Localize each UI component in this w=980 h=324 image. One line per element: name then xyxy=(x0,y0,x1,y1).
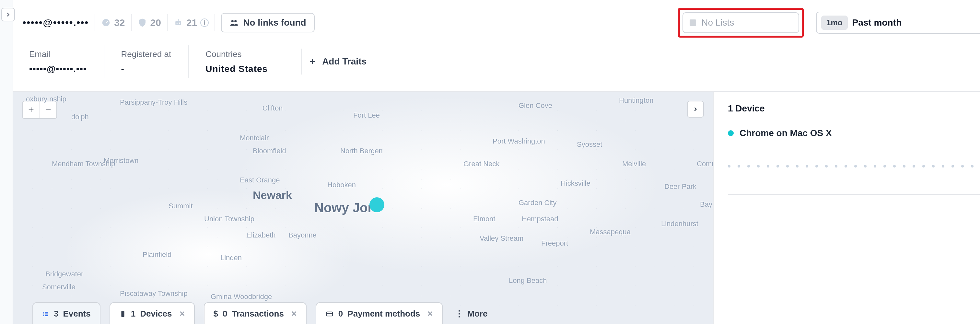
timeline-tick xyxy=(922,165,925,167)
map-town-label: Deer Park xyxy=(664,183,697,191)
tab-payment-methods[interactable]: 0 Payment methods ✕ xyxy=(316,302,443,324)
tab-transactions[interactable]: $ 0 Transactions ✕ xyxy=(204,302,307,324)
map-town-label: Parsippany-Troy Hills xyxy=(120,98,187,106)
more-label: More xyxy=(467,309,487,319)
map-next-button[interactable] xyxy=(687,101,704,118)
list-icon xyxy=(42,310,49,318)
trait-value: - xyxy=(121,64,172,74)
user-identifier: •••••@•••••.••• xyxy=(23,17,89,28)
map-town-label: North Bergen xyxy=(340,147,383,155)
map-town-label: Melville xyxy=(622,160,646,168)
timeline-tick xyxy=(913,165,915,167)
map-label-newark: Newark xyxy=(253,189,292,202)
map-town-label: Montclair xyxy=(240,134,269,142)
plus-icon xyxy=(309,58,316,65)
map-town-label: Gmina Woodbridge xyxy=(211,292,272,301)
divider xyxy=(131,14,132,31)
gauge-icon xyxy=(101,18,111,27)
timeline-tick xyxy=(864,165,867,167)
map-pane[interactable]: + − Nowy Jork Newark Parsippany-Troy Hil… xyxy=(13,92,713,324)
devices-pane: 1 Device Chrome on Mac OS X 32 20 21 xyxy=(714,92,980,324)
date-range-selector[interactable]: 1mo Past month xyxy=(816,12,980,34)
card-icon xyxy=(325,310,334,318)
timeline-tick xyxy=(767,165,769,167)
tab-count: 0 xyxy=(223,309,227,319)
svg-rect-17 xyxy=(121,311,124,316)
map-town-label: Comma xyxy=(697,160,713,168)
tab-count: 0 xyxy=(338,309,343,319)
trait-label: Countries xyxy=(205,49,268,59)
map-town-label: Summit xyxy=(169,202,193,210)
tab-close-button[interactable]: ✕ xyxy=(425,310,433,318)
no-links-button[interactable]: No links found xyxy=(221,13,314,32)
timeline-tick xyxy=(903,165,905,167)
map-town-label: Bloomfield xyxy=(253,147,286,155)
timeline-tick xyxy=(845,165,847,167)
tab-more-button[interactable]: ⋮ More xyxy=(452,303,491,324)
topbar: •••••@•••••.••• 32 20 21 xyxy=(13,0,980,45)
svg-rect-4 xyxy=(178,19,179,21)
bot-icon xyxy=(173,18,183,27)
divider xyxy=(215,14,215,31)
trait-value: United States xyxy=(205,64,268,74)
map-town-label: Valley Stream xyxy=(480,234,523,243)
stat-shield[interactable]: 20 xyxy=(137,17,161,28)
device-row[interactable]: Chrome on Mac OS X 32 20 21 xyxy=(728,128,980,138)
map-zoom-controls: + − xyxy=(22,101,57,119)
lists-placeholder: No Lists xyxy=(701,17,734,28)
tab-label: Devices xyxy=(140,309,172,319)
people-icon xyxy=(229,18,239,27)
lists-dropdown[interactable]: No Lists xyxy=(682,12,799,33)
svg-point-3 xyxy=(179,22,180,24)
map-town-label: Piscataway Township xyxy=(120,289,188,298)
map-marker[interactable] xyxy=(369,197,384,212)
timeline-tick xyxy=(874,165,876,167)
stat-value: 20 xyxy=(150,17,161,28)
svg-point-2 xyxy=(176,22,178,24)
map-town-label: Long Beach xyxy=(509,276,547,285)
timeline-tick xyxy=(961,165,964,167)
timeline-tick xyxy=(854,165,857,167)
tab-events[interactable]: 3 Events xyxy=(32,302,100,324)
left-rail xyxy=(0,0,13,324)
add-traits-button[interactable]: Add Traits xyxy=(302,45,366,67)
stat-bot[interactable]: 21 i xyxy=(173,17,209,28)
map-town-label: Hicksville xyxy=(561,179,590,187)
device-name: Chrome on Mac OS X xyxy=(740,128,980,138)
zoom-out-button[interactable]: − xyxy=(40,102,56,118)
range-badge: 1mo xyxy=(821,16,848,30)
map-town-label: Fort Lee xyxy=(353,111,380,119)
devices-title: 1 Device xyxy=(728,103,980,114)
map-town-label: East Orange xyxy=(240,176,280,184)
kebab-icon: ⋮ xyxy=(455,309,464,319)
map-town-label: Garden City xyxy=(519,199,557,207)
trait-label: Email xyxy=(29,49,87,59)
map-town-label: Clifton xyxy=(262,104,283,113)
tab-close-button[interactable]: ✕ xyxy=(288,310,297,318)
shield-icon xyxy=(137,18,147,27)
device-timeline[interactable] xyxy=(728,158,980,175)
timeline-tick xyxy=(738,165,740,167)
tab-count: 1 xyxy=(131,309,135,319)
map-town-label: Bridgewater xyxy=(45,270,83,278)
tab-devices[interactable]: 1 Devices ✕ xyxy=(110,302,195,324)
map-town-label: Plainfield xyxy=(143,251,172,259)
timeline-tick xyxy=(776,165,779,167)
map-town-label: Syosset xyxy=(577,140,602,149)
stat-value: 21 xyxy=(186,17,197,28)
svg-rect-18 xyxy=(327,312,332,316)
zoom-in-button[interactable]: + xyxy=(23,102,40,118)
map-town-label: Elmont xyxy=(473,215,495,223)
svg-point-5 xyxy=(231,20,234,22)
tab-count: 3 xyxy=(54,309,58,319)
map-town-label: Bay S xyxy=(700,200,713,209)
map-town-label: Glen Cove xyxy=(519,102,552,110)
divider xyxy=(167,14,167,31)
timeline-tick xyxy=(893,165,896,167)
svg-rect-1 xyxy=(175,21,181,25)
trait-countries: Countries United States xyxy=(205,45,285,78)
stat-gauge[interactable]: 32 xyxy=(101,17,125,28)
info-icon[interactable]: i xyxy=(200,19,209,27)
tab-close-button[interactable]: ✕ xyxy=(177,310,185,318)
traits-row: Email •••••@•••••.••• Registered at - Co… xyxy=(13,45,980,91)
